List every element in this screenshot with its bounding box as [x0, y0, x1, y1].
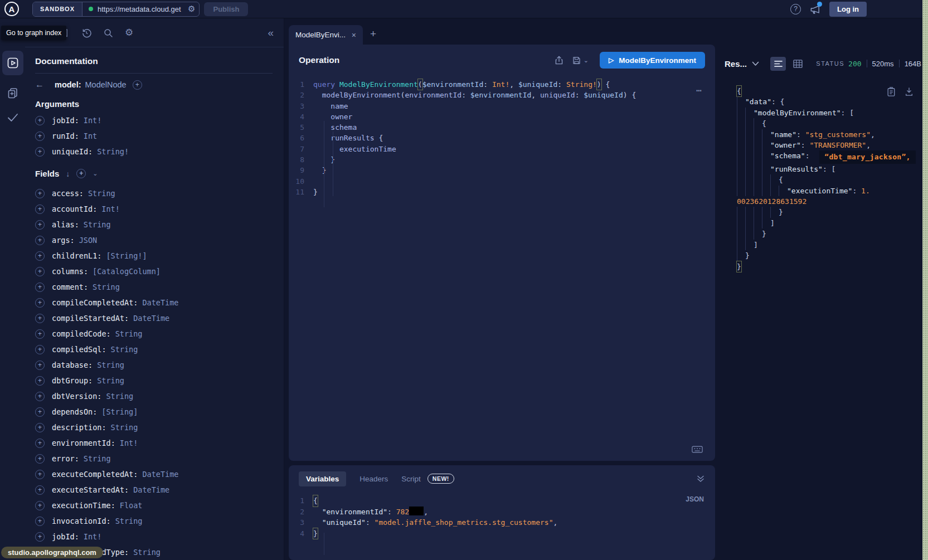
field-row[interactable]: +dbtGroup:String [35, 373, 273, 388]
field-row[interactable]: +dbtVersion:String [35, 388, 273, 404]
download-response-icon[interactable] [905, 86, 914, 97]
publish-button[interactable]: Publish [204, 2, 248, 16]
add-to-query-icon[interactable]: + [35, 329, 45, 339]
add-fields-chevron-icon[interactable]: ⌄ [93, 170, 98, 177]
new-tab-icon[interactable]: + [370, 28, 376, 39]
add-all-fields-icon[interactable]: + [76, 169, 86, 178]
field-type[interactable]: JSON [79, 236, 98, 245]
add-to-query-icon[interactable]: + [35, 376, 45, 386]
operation-tab[interactable]: ModelByEnvi... × [289, 25, 363, 45]
add-to-query-icon[interactable]: + [35, 220, 45, 230]
add-to-query-icon[interactable]: + [35, 298, 45, 308]
field-type[interactable]: DateTime [142, 298, 178, 307]
add-to-query-icon[interactable]: + [35, 314, 45, 323]
field-row[interactable]: +dependsOn:[String] [35, 404, 273, 420]
add-to-query-icon[interactable]: + [35, 501, 45, 510]
history-icon[interactable] [81, 28, 91, 38]
field-type[interactable]: [String!] [106, 251, 147, 260]
field-row[interactable]: +jobId:Int! [35, 113, 273, 128]
field-row[interactable]: +accountId:Int! [35, 201, 273, 217]
field-type[interactable]: String! [97, 147, 129, 156]
tree-view-toggle-icon[interactable] [770, 57, 786, 71]
field-type[interactable]: String [111, 423, 138, 432]
field-type[interactable]: Int! [101, 204, 120, 213]
add-to-query-icon[interactable]: + [35, 116, 45, 125]
breadcrumb-type[interactable]: ModelNode [85, 80, 127, 89]
field-type[interactable]: String [97, 376, 124, 385]
field-type[interactable]: String [111, 345, 138, 354]
field-type[interactable]: DateTime [142, 470, 178, 479]
field-type[interactable]: String [93, 283, 120, 291]
field-row[interactable]: +childrenL1:[String!] [35, 248, 273, 264]
field-row[interactable]: +error:String [35, 451, 273, 466]
field-type[interactable]: String [88, 189, 115, 198]
endpoint-settings-gear-icon[interactable]: ⚙ [187, 4, 199, 14]
add-to-query-icon[interactable]: + [35, 267, 45, 276]
share-icon[interactable] [554, 55, 564, 65]
run-operation-button[interactable]: ▷ ModelByEnvironment [600, 52, 705, 69]
field-type[interactable]: DateTime [133, 485, 169, 494]
field-row[interactable]: +uniqueId:String! [35, 144, 273, 159]
sort-fields-icon[interactable]: ↓ [66, 169, 70, 178]
tab-script[interactable]: Script [401, 475, 421, 483]
add-to-query-icon[interactable]: + [35, 189, 45, 198]
add-to-query-icon[interactable]: + [35, 204, 45, 214]
apollo-logo-icon[interactable]: A [4, 2, 19, 16]
field-type[interactable]: String [115, 329, 143, 338]
add-to-query-icon[interactable]: + [35, 361, 45, 370]
add-to-query-icon[interactable]: + [35, 236, 45, 245]
field-row[interactable]: +executionTime:Float [35, 498, 273, 513]
field-type[interactable]: [CatalogColumn] [93, 267, 161, 276]
copy-response-icon[interactable] [887, 86, 896, 97]
add-to-query-icon[interactable]: + [35, 283, 45, 292]
field-type[interactable]: String [133, 548, 161, 557]
field-type[interactable]: String [115, 517, 143, 525]
back-arrow-icon[interactable]: ← [35, 80, 48, 90]
keyboard-shortcuts-icon[interactable] [692, 446, 703, 453]
field-type[interactable]: Int [84, 132, 97, 140]
field-type[interactable]: Int! [84, 532, 102, 541]
login-button[interactable]: Log in [829, 2, 867, 17]
field-row[interactable]: +executeStartedAt:DateTime [35, 482, 273, 498]
field-type[interactable]: Int! [84, 116, 102, 125]
add-to-query-icon[interactable]: + [35, 454, 45, 464]
add-to-query-icon[interactable]: + [35, 392, 45, 401]
tab-headers[interactable]: Headers [359, 475, 388, 483]
add-to-query-icon[interactable]: + [35, 470, 45, 479]
field-row[interactable]: +runId:Int [35, 128, 273, 144]
field-row[interactable]: +alias:String [35, 217, 273, 232]
add-to-query-icon[interactable]: + [35, 423, 45, 432]
announcements-megaphone-icon[interactable] [809, 3, 821, 15]
field-type[interactable]: String [97, 361, 124, 369]
variables-editor[interactable]: 1{2 "environmentId": 782,3 "uniqueId": "… [289, 492, 715, 539]
tab-variables[interactable]: Variables [299, 471, 346, 486]
field-type[interactable]: DateTime [133, 314, 169, 323]
field-row[interactable]: +jobId:Int! [35, 529, 273, 544]
field-row[interactable]: +compileCompletedAt:DateTime [35, 295, 273, 310]
field-row[interactable]: +compileStartedAt:DateTime [35, 310, 273, 326]
collapse-variables-icon[interactable] [696, 475, 705, 483]
add-to-query-icon[interactable]: + [35, 251, 45, 261]
sandbox-chip[interactable]: SANDBOX [33, 2, 82, 16]
explorer-nav-icon[interactable] [2, 51, 23, 75]
field-row[interactable]: +args:JSON [35, 232, 273, 248]
field-type[interactable]: Float [120, 501, 143, 510]
tab-close-icon[interactable]: × [352, 31, 356, 39]
operation-editor[interactable]: 1query ModelByEnvironment($environmentId… [289, 76, 715, 197]
response-chevron-icon[interactable] [752, 61, 759, 66]
table-view-toggle-icon[interactable] [793, 60, 803, 68]
field-type[interactable]: Int! [120, 439, 138, 447]
add-to-query-icon[interactable]: + [35, 132, 45, 141]
field-type[interactable]: String [106, 392, 133, 401]
field-row[interactable]: +invocationId:String [35, 513, 273, 529]
field-row[interactable]: +comment:String [35, 279, 273, 295]
checks-nav-icon[interactable] [6, 111, 20, 124]
add-to-query-icon[interactable]: + [35, 532, 45, 542]
endpoint-url-input[interactable]: https://metadata.cloud.get [98, 5, 187, 13]
field-row[interactable]: +compiledCode:String [35, 326, 273, 342]
add-to-query-icon[interactable]: + [35, 517, 45, 526]
response-title[interactable]: Res... [725, 59, 747, 69]
response-body[interactable]: {"data": {"modelByEnvironment": [{"name"… [725, 86, 921, 272]
field-row[interactable]: +compiledSql:String [35, 342, 273, 357]
schema-diff-nav-icon[interactable] [6, 86, 20, 100]
